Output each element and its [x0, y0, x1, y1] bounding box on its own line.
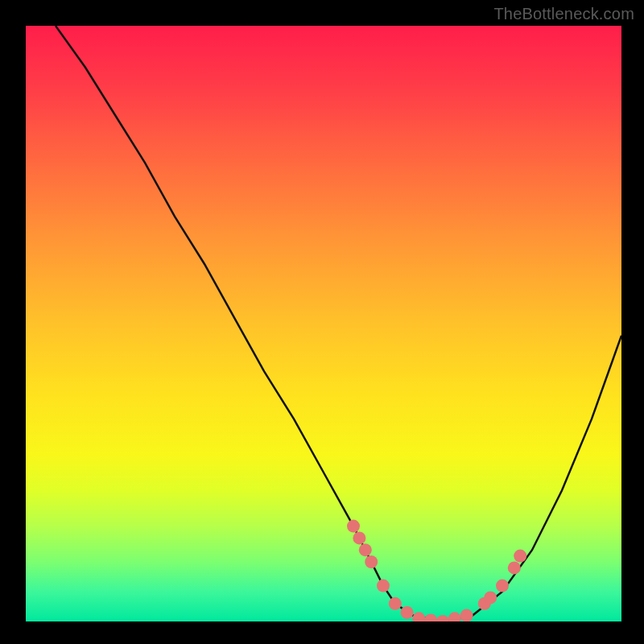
data-marker — [514, 550, 526, 563]
data-marker — [347, 520, 360, 533]
plot-area — [26, 26, 621, 621]
data-marker — [401, 606, 414, 619]
bottleneck-curve — [56, 26, 621, 621]
data-marker — [353, 531, 365, 544]
data-marker — [484, 591, 497, 604]
data-marker — [508, 561, 521, 574]
chart-svg — [26, 26, 621, 621]
data-marker — [365, 555, 378, 568]
data-marker — [377, 580, 390, 592]
chart-frame: TheBottleneck.com — [0, 0, 644, 644]
data-marker — [436, 615, 449, 621]
watermark-label: TheBottleneck.com — [493, 5, 634, 23]
data-marker — [359, 543, 372, 556]
data-marker — [460, 609, 473, 621]
data-marker — [424, 614, 437, 622]
data-marker — [389, 597, 402, 610]
data-marker — [496, 580, 509, 592]
marker-layer — [347, 520, 526, 621]
data-marker — [412, 612, 425, 621]
data-marker — [448, 612, 461, 621]
